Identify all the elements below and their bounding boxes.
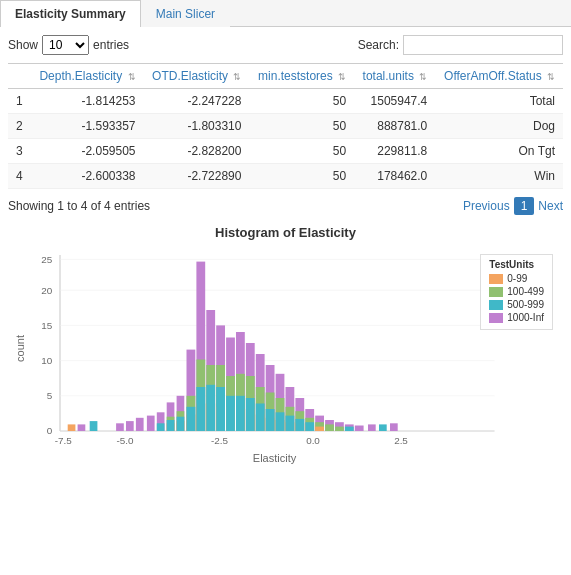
main-content: Show 10 25 50 100 entries Search: Depth.… xyxy=(0,27,571,472)
svg-rect-94 xyxy=(325,424,334,431)
cell-otd: -1.803310 xyxy=(144,114,250,139)
svg-rect-23 xyxy=(90,421,98,431)
chart-container: 0 5 10 15 20 25 count -7.5 -5.0 -2.5 0.0 xyxy=(8,244,563,464)
data-table: Depth.Elasticity ⇅ OTD.Elasticity ⇅ min.… xyxy=(8,63,563,189)
svg-rect-61 xyxy=(236,396,245,431)
sort-icon-otd: ⇅ xyxy=(233,72,241,82)
cell-min: 50 xyxy=(249,114,354,139)
pagination: Previous 1 Next xyxy=(463,197,563,215)
svg-rect-29 xyxy=(157,423,165,431)
tab-bar: Elasticity Summary Main Slicer xyxy=(0,0,571,27)
chart-title: Histogram of Elasticity xyxy=(8,225,563,240)
svg-text:10: 10 xyxy=(41,355,53,366)
search-label: Search: xyxy=(358,38,399,52)
svg-text:0.0: 0.0 xyxy=(306,435,320,446)
svg-text:count: count xyxy=(14,335,26,362)
sort-icon-depth: ⇅ xyxy=(128,72,136,82)
col-header-otd-elasticity[interactable]: OTD.Elasticity ⇅ xyxy=(144,64,250,89)
chart-area: Histogram of Elasticity 0 5 10 15 20 25 xyxy=(8,225,563,464)
svg-rect-89 xyxy=(305,422,314,431)
svg-rect-45 xyxy=(196,387,205,431)
cell-row-id: 2 xyxy=(8,114,31,139)
cell-status: Dog xyxy=(435,114,563,139)
svg-rect-102 xyxy=(390,423,398,431)
svg-rect-85 xyxy=(295,419,304,431)
table-row: 1 -1.814253 -2.247228 50 1505947.4 Total xyxy=(8,89,563,114)
table-controls: Show 10 25 50 100 entries Search: xyxy=(8,35,563,55)
svg-rect-27 xyxy=(147,416,155,431)
svg-text:15: 15 xyxy=(41,320,53,331)
col-header-row-num[interactable] xyxy=(8,64,31,89)
svg-rect-49 xyxy=(206,385,215,431)
svg-rect-37 xyxy=(177,417,185,431)
cell-depth: -1.814253 xyxy=(31,89,144,114)
col-header-total-units[interactable]: total.units ⇅ xyxy=(354,64,435,89)
svg-rect-100 xyxy=(368,424,376,431)
cell-min: 50 xyxy=(249,89,354,114)
col-header-min-teststores[interactable]: min.teststores ⇅ xyxy=(249,64,354,89)
svg-text:20: 20 xyxy=(41,285,53,296)
next-button[interactable]: Next xyxy=(538,199,563,213)
tab-elasticity-summary[interactable]: Elasticity Summary xyxy=(0,0,141,27)
legend-label-0-99: 0-99 xyxy=(507,273,527,284)
table-footer: Showing 1 to 4 of 4 entries Previous 1 N… xyxy=(8,197,563,215)
svg-rect-73 xyxy=(266,409,275,431)
table-row: 4 -2.600338 -2.722890 50 178462.0 Win xyxy=(8,164,563,189)
svg-rect-53 xyxy=(216,387,225,431)
legend-color-500-999 xyxy=(489,300,503,310)
legend-label-1000-inf: 1000-Inf xyxy=(507,312,544,323)
table-row: 2 -1.593357 -1.803310 50 888781.0 Dog xyxy=(8,114,563,139)
cell-min: 50 xyxy=(249,164,354,189)
svg-rect-98 xyxy=(345,427,354,431)
chart-legend: TestUnits 0-99 100-499 500-999 1000-Inf xyxy=(480,254,553,330)
legend-color-100-499 xyxy=(489,287,503,297)
svg-rect-22 xyxy=(78,424,86,431)
cell-total: 178462.0 xyxy=(354,164,435,189)
svg-text:2.5: 2.5 xyxy=(394,435,408,446)
cell-status: Total xyxy=(435,89,563,114)
legend-color-0-99 xyxy=(489,274,503,284)
legend-color-1000-inf xyxy=(489,313,503,323)
svg-rect-25 xyxy=(126,421,134,431)
svg-rect-33 xyxy=(167,420,175,431)
svg-rect-77 xyxy=(276,412,285,431)
cell-total: 888781.0 xyxy=(354,114,435,139)
show-label: Show xyxy=(8,38,38,52)
svg-rect-69 xyxy=(256,404,265,432)
legend-item-100-499: 100-499 xyxy=(489,286,544,297)
legend-item-0-99: 0-99 xyxy=(489,273,544,284)
svg-text:0: 0 xyxy=(47,425,53,436)
tab-main-slicer[interactable]: Main Slicer xyxy=(141,0,230,27)
page-number[interactable]: 1 xyxy=(514,197,535,215)
svg-text:-2.5: -2.5 xyxy=(211,435,229,446)
cell-status: On Tgt xyxy=(435,139,563,164)
sort-icon-status: ⇅ xyxy=(547,72,555,82)
search-area: Search: xyxy=(358,35,563,55)
cell-row-id: 4 xyxy=(8,164,31,189)
table-header-row: Depth.Elasticity ⇅ OTD.Elasticity ⇅ min.… xyxy=(8,64,563,89)
svg-text:-7.5: -7.5 xyxy=(55,435,73,446)
svg-rect-96 xyxy=(335,427,344,431)
previous-button[interactable]: Previous xyxy=(463,199,510,213)
cell-otd: -2.247228 xyxy=(144,89,250,114)
cell-depth: -2.059505 xyxy=(31,139,144,164)
svg-rect-101 xyxy=(379,424,387,431)
cell-depth: -1.593357 xyxy=(31,114,144,139)
svg-rect-41 xyxy=(187,407,196,431)
svg-rect-65 xyxy=(246,398,255,431)
entries-select[interactable]: 10 25 50 100 xyxy=(42,35,89,55)
table-body: 1 -1.814253 -2.247228 50 1505947.4 Total… xyxy=(8,89,563,189)
entries-label: entries xyxy=(93,38,129,52)
col-header-offer-status[interactable]: OfferAmOff.Status ⇅ xyxy=(435,64,563,89)
col-header-depth-elasticity[interactable]: Depth.Elasticity ⇅ xyxy=(31,64,144,89)
sort-icon-total: ⇅ xyxy=(419,72,427,82)
cell-otd: -2.828200 xyxy=(144,139,250,164)
legend-title: TestUnits xyxy=(489,259,544,270)
legend-item-500-999: 500-999 xyxy=(489,299,544,310)
svg-rect-26 xyxy=(136,418,144,431)
svg-text:-5.0: -5.0 xyxy=(116,435,134,446)
legend-label-500-999: 500-999 xyxy=(507,299,544,310)
search-input[interactable] xyxy=(403,35,563,55)
sort-icon-min: ⇅ xyxy=(338,72,346,82)
svg-rect-99 xyxy=(355,426,364,432)
